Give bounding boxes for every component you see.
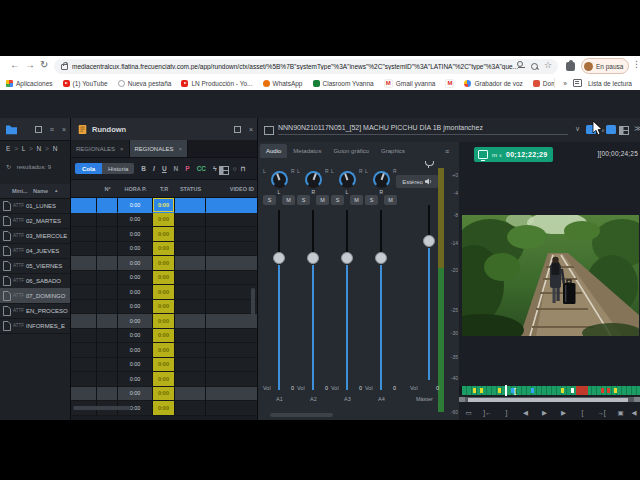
layout-grid-icon[interactable] <box>619 126 629 135</box>
list-item[interactable]: ATTF03_MIERCOLE <box>0 228 70 244</box>
bookmark-star-icon[interactable]: ☆ <box>544 63 552 68</box>
rundown-row[interactable]: 0:000:00 <box>71 242 257 257</box>
bookmarks-overflow-icon[interactable]: » <box>563 80 567 87</box>
rundown-row[interactable]: 0:000:00 <box>71 329 257 344</box>
bookmark-item[interactable]: WhatsApp <box>263 80 303 87</box>
timeline-marker[interactable] <box>473 388 476 393</box>
vol-value[interactable]: 0 <box>291 385 294 391</box>
column-header[interactable]: VIDEO ID <box>206 180 257 197</box>
position-timecode-badge[interactable]: m ∨ 00;12;22;29 <box>474 147 553 162</box>
address-bar[interactable]: mediacentralcux.flatina.frecuenciatv.com… <box>54 59 558 74</box>
mute-button[interactable]: M <box>282 195 295 205</box>
hora-cell[interactable]: 0:00 <box>118 314 153 329</box>
format-u-button[interactable]: U <box>162 165 167 172</box>
videoid-cell[interactable] <box>206 387 257 402</box>
profile-button[interactable]: En pausa <box>581 58 629 74</box>
item-name[interactable]: 04_JUEVES <box>26 248 59 254</box>
tr-cell[interactable]: 0:00 <box>153 300 175 315</box>
fader-handle[interactable] <box>375 252 387 264</box>
bookmark-item[interactable]: Clasroom Yvanna <box>313 80 374 87</box>
rundown-row[interactable]: 0:000:00 <box>71 300 257 315</box>
tr-cell[interactable]: 0:00 <box>153 372 175 387</box>
prev-clip-button[interactable]: ◀ <box>630 409 638 417</box>
status-cell[interactable] <box>175 387 206 402</box>
solo-button[interactable]: S <box>365 195 378 205</box>
rundown-tab[interactable]: REGIONALES× <box>130 140 189 157</box>
solo-button[interactable]: S <box>263 195 276 205</box>
timeline-marker[interactable] <box>480 388 483 393</box>
master-fader-handle[interactable] <box>423 235 435 247</box>
status-cell[interactable] <box>175 256 206 271</box>
tr-cell[interactable]: 0:00 <box>153 242 175 257</box>
hora-cell[interactable]: 0:00 <box>118 198 153 213</box>
loop-icon[interactable]: ○ <box>233 165 237 172</box>
hora-cell[interactable]: 0:00 <box>118 227 153 242</box>
videoid-cell[interactable] <box>206 343 257 358</box>
fader-handle[interactable] <box>341 252 353 264</box>
videoid-cell[interactable] <box>206 242 257 257</box>
reading-list-label[interactable]: Lista de lectura <box>588 80 632 87</box>
bookmark-item[interactable]: Domestika <box>533 80 554 87</box>
hora-cell[interactable]: 0:00 <box>118 242 153 257</box>
mark-out-button[interactable]: [ <box>573 409 592 416</box>
browser-menu-icon[interactable]: ⋮ <box>632 59 640 69</box>
tr-cell[interactable]: 0:00 <box>153 329 175 344</box>
asset-tab-graphics[interactable]: Graphics <box>375 144 411 158</box>
videoid-cell[interactable] <box>206 227 257 242</box>
status-cell[interactable] <box>175 285 206 300</box>
status-cell[interactable] <box>175 213 206 228</box>
hora-cell[interactable]: 0:00 <box>118 300 153 315</box>
column-header[interactable]: STATUS <box>175 180 206 197</box>
list-item[interactable]: ATTFINFORMES_E <box>0 318 70 334</box>
rundown-row[interactable]: 0:000:00 <box>71 213 257 228</box>
sort-asc-icon[interactable]: ▲ <box>54 188 58 193</box>
timeline-marker[interactable] <box>614 388 617 393</box>
column-header[interactable]: Nº <box>97 180 118 197</box>
refresh-icon[interactable]: ↻ <box>6 164 11 170</box>
pan-knob[interactable] <box>339 171 356 188</box>
hora-cell[interactable]: 0:00 <box>118 372 153 387</box>
tc-mode-label[interactable]: m <box>492 152 497 158</box>
bookmark-item[interactable]: LN Producción - Yo... <box>181 80 252 87</box>
tr-cell[interactable]: 0:00 <box>153 227 175 242</box>
item-name[interactable]: 01_LUNES <box>26 203 56 209</box>
dock-panel-icon[interactable] <box>234 126 241 133</box>
videoid-cell[interactable] <box>206 198 257 213</box>
title-dropdown-icon[interactable]: ∨ <box>575 125 580 133</box>
panel-close-icon[interactable]: × <box>62 126 66 133</box>
videoid-cell[interactable] <box>206 401 257 416</box>
rundown-tab[interactable]: REGIONALES× <box>71 140 130 157</box>
status-cell[interactable] <box>175 372 206 387</box>
list-item[interactable]: ATTF06_SABADO <box>0 273 70 289</box>
col-mini[interactable]: Mini... <box>12 188 28 194</box>
breadcrumb-item[interactable]: N <box>53 145 59 152</box>
timeline-track[interactable]: [ <box>462 386 640 395</box>
lock-icon[interactable]: ⊓ <box>241 165 246 173</box>
mute-button[interactable]: M <box>316 195 329 205</box>
rundown-row[interactable]: 0:000:00 <box>71 198 257 213</box>
list-item[interactable]: ATTF07_DOMINGO <box>0 288 70 304</box>
videoid-cell[interactable] <box>206 300 257 315</box>
videoid-cell[interactable] <box>206 256 257 271</box>
hora-cell[interactable]: 0:00 <box>118 213 153 228</box>
column-header[interactable]: T.R <box>153 180 175 197</box>
pan-knob[interactable] <box>373 171 390 188</box>
master-vol-value[interactable]: 0 <box>436 385 439 391</box>
video-preview[interactable] <box>462 215 639 336</box>
timeline-marker[interactable] <box>576 386 588 395</box>
monitor-mode-button[interactable]: ▭ <box>459 409 478 417</box>
rundown-row[interactable]: 0:000:00 <box>71 358 257 373</box>
forward-icon[interactable]: → <box>25 59 35 70</box>
hora-cell[interactable]: 0:00 <box>118 387 153 402</box>
tr-cell[interactable]: 0:00 <box>153 314 175 329</box>
solo-button[interactable]: S <box>331 195 344 205</box>
timeline-marker[interactable] <box>607 388 610 393</box>
bookmark-item[interactable]: Grabador de voz <box>464 80 522 87</box>
videoid-cell[interactable] <box>206 285 257 300</box>
extensions-icon[interactable] <box>566 62 575 71</box>
timeline-marker[interactable] <box>601 388 604 393</box>
videoid-cell[interactable] <box>206 372 257 387</box>
mute-button[interactable]: M <box>350 195 363 205</box>
status-cell[interactable] <box>175 343 206 358</box>
playhead[interactable] <box>505 385 507 396</box>
